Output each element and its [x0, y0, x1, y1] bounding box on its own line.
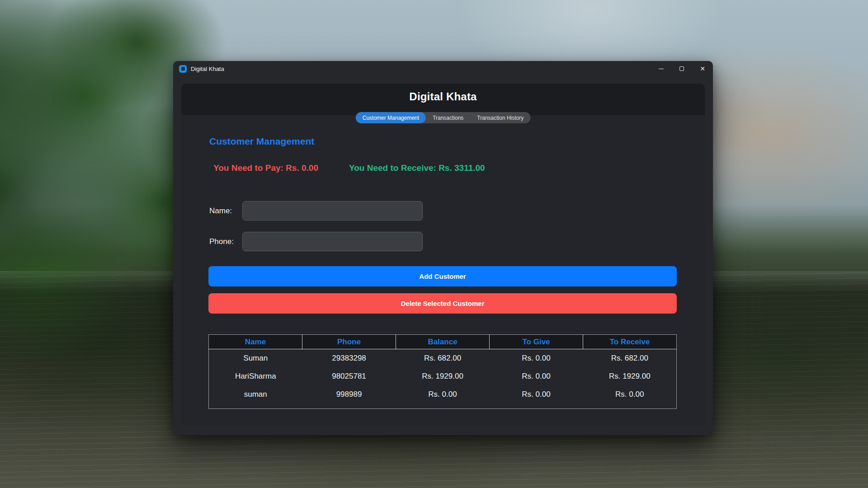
cell-name: suman: [209, 385, 302, 404]
column-header-to-give[interactable]: To Give: [490, 335, 583, 349]
column-header-phone[interactable]: Phone: [302, 335, 396, 349]
name-input[interactable]: [242, 201, 423, 221]
name-label: Name:: [209, 206, 242, 216]
cell-phone: 98025781: [302, 367, 396, 385]
cell-name: HariSharma: [209, 367, 302, 385]
tab-bar: Customer Management Transactions Transac…: [356, 112, 531, 123]
section-title: Customer Management: [209, 136, 314, 147]
cell-phone: 29383298: [302, 349, 396, 367]
table-row[interactable]: Suman 29383298 Rs. 682.00 Rs. 0.00 Rs. 6…: [209, 349, 677, 367]
cell-balance: Rs. 0.00: [396, 385, 490, 404]
customers-table-header: Name Phone Balance To Give To Receive: [209, 335, 677, 349]
add-customer-button[interactable]: Add Customer: [208, 266, 677, 286]
phone-label: Phone:: [209, 237, 242, 246]
close-icon: ✕: [700, 66, 705, 72]
name-field-row: Name:: [209, 201, 423, 221]
cell-name: Suman: [209, 349, 302, 367]
cell-to-give: Rs. 0.00: [490, 385, 583, 404]
app-window: Digital Khata ✕ Digital Khata Customer M…: [173, 61, 713, 435]
tab-transactions[interactable]: Transactions: [426, 112, 470, 123]
page-title: Digital Khata: [181, 90, 705, 103]
cell-to-receive: Rs. 682.00: [583, 349, 677, 367]
content-panel: Customer Management You Need to Pay: Rs.…: [181, 115, 705, 426]
cell-balance: Rs. 682.00: [396, 349, 490, 367]
cell-to-give: Rs. 0.00: [490, 367, 583, 385]
phone-input[interactable]: [242, 232, 423, 251]
titlebar: Digital Khata ✕: [173, 61, 713, 76]
customers-table: Name Phone Balance To Give To Receive Su…: [208, 334, 677, 409]
app-header: Digital Khata: [181, 84, 705, 115]
window-controls: ✕: [651, 61, 713, 76]
maximize-icon: [679, 66, 684, 71]
table-row[interactable]: suman 998989 Rs. 0.00 Rs. 0.00 Rs. 0.00: [209, 385, 677, 404]
cell-to-receive: Rs. 1929.00: [583, 367, 677, 385]
column-header-to-receive[interactable]: To Receive: [583, 335, 677, 349]
tab-customer-management[interactable]: Customer Management: [356, 112, 426, 123]
cell-to-give: Rs. 0.00: [490, 349, 583, 367]
tab-transaction-history[interactable]: Transaction History: [470, 112, 530, 123]
phone-field-row: Phone:: [209, 232, 423, 251]
minimize-button[interactable]: [651, 61, 671, 76]
pay-summary: You Need to Pay: Rs. 0.00: [213, 163, 318, 173]
cell-to-receive: Rs. 0.00: [583, 385, 677, 404]
receive-summary: You Need to Receive: Rs. 3311.00: [349, 163, 485, 173]
table-row[interactable]: HariSharma 98025781 Rs. 1929.00 Rs. 0.00…: [209, 367, 677, 385]
column-header-name[interactable]: Name: [209, 335, 302, 349]
maximize-button[interactable]: [671, 61, 692, 76]
minimize-icon: [659, 69, 664, 69]
table-bottom-spacer: [209, 404, 677, 409]
cell-balance: Rs. 1929.00: [396, 367, 490, 385]
close-button[interactable]: ✕: [692, 61, 713, 76]
column-header-balance[interactable]: Balance: [396, 335, 490, 349]
window-title: Digital Khata: [191, 66, 224, 72]
app-logo-icon: [179, 65, 187, 73]
delete-customer-button[interactable]: Delete Selected Customer: [208, 293, 677, 314]
cell-phone: 998989: [302, 385, 396, 404]
